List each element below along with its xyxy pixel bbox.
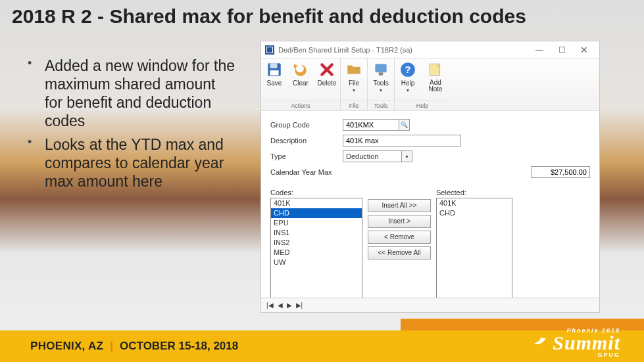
close-button[interactable]: ✕ bbox=[573, 43, 595, 57]
footer-location: PHOENIX, AZ bbox=[30, 340, 103, 353]
list-item[interactable]: INS2 bbox=[271, 238, 362, 248]
help-button[interactable]: ? Help ▼ bbox=[395, 58, 421, 101]
svg-rect-2 bbox=[270, 70, 279, 76]
record-navigator: |◀ ◀ ▶ ▶| bbox=[261, 298, 599, 312]
list-item[interactable]: CHD bbox=[271, 208, 362, 218]
save-icon bbox=[266, 61, 283, 78]
bird-icon bbox=[533, 332, 547, 347]
slide-title: 2018 R 2 - Shared max for benefit and de… bbox=[12, 5, 526, 28]
ribbon-group-label: File bbox=[341, 101, 367, 110]
list-item[interactable]: CHD bbox=[437, 208, 512, 218]
bullet-item: Added a new window for the maximum share… bbox=[26, 57, 237, 130]
list-item[interactable]: INS1 bbox=[271, 228, 362, 238]
nav-prev-button[interactable]: ◀ bbox=[278, 302, 283, 309]
save-button[interactable]: Save bbox=[261, 58, 287, 101]
list-item[interactable]: 401K bbox=[437, 198, 512, 208]
undo-icon bbox=[292, 61, 309, 78]
footer-separator: | bbox=[103, 340, 120, 353]
codes-label: Codes: bbox=[270, 189, 362, 196]
footer-dates: OCTOBER 15-18, 2018 bbox=[120, 340, 238, 353]
ribbon-group-label: Help bbox=[395, 101, 450, 110]
help-icon: ? bbox=[399, 61, 416, 78]
folder-icon bbox=[345, 61, 362, 78]
group-code-label: Group Code bbox=[270, 121, 343, 129]
svg-rect-1 bbox=[270, 63, 278, 68]
ribbon-group-file: File ▼ File bbox=[341, 58, 368, 110]
cymax-input[interactable] bbox=[531, 166, 590, 178]
bullet-item: Looks at the YTD max and compares to cal… bbox=[26, 135, 237, 191]
chevron-down-icon: ▼ bbox=[352, 88, 357, 93]
cymax-label: Calendar Year Max bbox=[270, 168, 343, 176]
window-titlebar: Ded/Ben Shared Limit Setup - T18R2 (sa) … bbox=[261, 41, 599, 58]
delete-button[interactable]: Delete bbox=[314, 58, 340, 101]
app-window: Ded/Ben Shared Limit Setup - T18R2 (sa) … bbox=[260, 41, 600, 313]
list-item[interactable]: MED bbox=[271, 248, 362, 258]
insert-all-button[interactable]: Insert All >> bbox=[368, 199, 431, 212]
window-title: Ded/Ben Shared Limit Setup - T18R2 (sa) bbox=[278, 46, 528, 54]
tools-icon bbox=[372, 61, 389, 78]
add-note-button[interactable]: Add Note bbox=[421, 58, 450, 101]
footer: PHOENIX, AZ | OCTOBER 15-18, 2018 Phoeni… bbox=[0, 319, 644, 362]
summit-logo: Phoenix 2018 Summit GPUG bbox=[553, 327, 620, 358]
ribbon-group-label: Tools bbox=[368, 101, 394, 110]
tools-button[interactable]: Tools ▼ bbox=[368, 58, 394, 101]
description-label: Description bbox=[270, 137, 343, 145]
insert-button[interactable]: Insert > bbox=[368, 215, 431, 228]
description-input[interactable] bbox=[343, 135, 461, 147]
nav-last-button[interactable]: ▶| bbox=[296, 302, 303, 309]
selected-label: Selected: bbox=[436, 189, 512, 196]
nav-first-button[interactable]: |◀ bbox=[266, 302, 274, 309]
ribbon-group-tools: Tools ▼ Tools bbox=[368, 58, 395, 110]
summit-title: Summit bbox=[553, 334, 620, 351]
codes-listbox[interactable]: 401K CHD EPU INS1 INS2 MED UW bbox=[270, 198, 362, 299]
svg-rect-4 bbox=[379, 72, 384, 75]
ribbon: Save Clear Delete Actions bbox=[261, 58, 599, 111]
chevron-down-icon: ▼ bbox=[406, 88, 410, 93]
chevron-down-icon: ▼ bbox=[379, 88, 384, 93]
group-code-input[interactable] bbox=[343, 119, 399, 131]
clear-button[interactable]: Clear bbox=[287, 58, 314, 101]
type-select[interactable]: Deduction bbox=[343, 150, 402, 162]
remove-button[interactable]: < Remove bbox=[368, 231, 431, 244]
list-item[interactable]: UW bbox=[271, 258, 362, 267]
maximize-button[interactable]: ☐ bbox=[551, 43, 573, 57]
nav-next-button[interactable]: ▶ bbox=[287, 302, 292, 309]
remove-all-button[interactable]: << Remove All bbox=[368, 246, 431, 260]
note-icon bbox=[427, 61, 444, 78]
list-item[interactable]: EPU bbox=[271, 218, 362, 228]
minimize-button[interactable]: — bbox=[528, 43, 551, 57]
selected-listbox[interactable]: 401K CHD bbox=[436, 198, 512, 299]
svg-text:?: ? bbox=[405, 64, 410, 75]
ribbon-group-label: Actions bbox=[261, 101, 340, 110]
delete-icon bbox=[318, 61, 335, 78]
app-icon bbox=[265, 45, 274, 55]
chevron-down-icon[interactable]: ▼ bbox=[402, 150, 412, 162]
list-item[interactable]: 401K bbox=[271, 198, 362, 208]
type-label: Type bbox=[270, 152, 343, 160]
ribbon-group-help: ? Help ▼ Add Note Help bbox=[395, 58, 450, 110]
lookup-icon[interactable]: 🔍 bbox=[399, 119, 410, 131]
bullet-list: Added a new window for the maximum share… bbox=[26, 57, 237, 196]
file-button[interactable]: File ▼ bbox=[341, 58, 367, 101]
svg-rect-3 bbox=[375, 64, 386, 72]
ribbon-group-actions: Save Clear Delete Actions bbox=[261, 58, 341, 110]
